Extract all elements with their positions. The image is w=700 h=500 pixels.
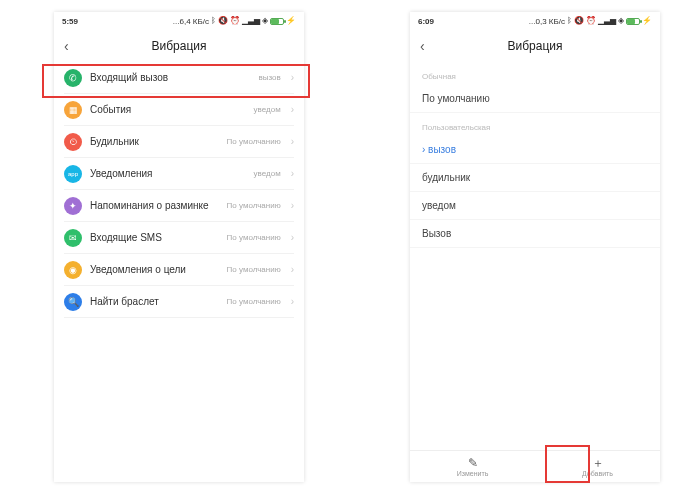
custom-list: вызовбудильникуведомВызов — [410, 136, 660, 248]
chevron-right-icon: › — [291, 264, 294, 275]
chevron-right-icon: › — [291, 232, 294, 243]
row-label: Будильник — [90, 136, 219, 147]
add-label: Добавить — [582, 470, 613, 477]
page-title: Вибрация — [151, 39, 206, 53]
status-time: 5:59 — [62, 17, 78, 26]
chevron-right-icon: › — [291, 168, 294, 179]
row-label: Уведомления о цели — [90, 264, 219, 275]
phone-left: 5:59 ...6,4 КБ/с ᛒ 🔇 ⏰ ▁▃▅ ◈ ⚡ ‹ Вибраци… — [54, 12, 304, 482]
custom-option[interactable]: будильник — [410, 164, 660, 192]
plus-icon: ＋ — [592, 457, 604, 469]
status-indicators: ...0,3 КБ/с ᛒ 🔇 ⏰ ▁▃▅ ◈ ⚡ — [529, 17, 652, 26]
row-value: По умолчанию — [227, 233, 281, 242]
settings-row[interactable]: 🔍Найти браслетПо умолчанию› — [64, 286, 294, 318]
status-data: ...0,3 КБ/с — [529, 17, 565, 26]
settings-row[interactable]: ⏲БудильникПо умолчанию› — [64, 126, 294, 158]
back-button[interactable]: ‹ — [420, 30, 425, 62]
section-default-label: Обычная — [410, 62, 660, 85]
row-icon: 🔍 — [64, 293, 82, 311]
option-default[interactable]: По умолчанию — [410, 85, 660, 113]
settings-row[interactable]: ✆Входящий вызоввызов› — [64, 62, 294, 94]
row-label: Входящие SMS — [90, 232, 219, 243]
row-value: уведом — [254, 169, 281, 178]
signal-icon: ▁▃▅ — [242, 17, 260, 25]
chevron-right-icon: › — [291, 72, 294, 83]
settings-row[interactable]: ▦Событияуведом› — [64, 94, 294, 126]
bluetooth-icon: ᛒ — [567, 17, 572, 25]
row-value: По умолчанию — [227, 265, 281, 274]
mute-icon: 🔇 — [574, 17, 584, 25]
mute-icon: 🔇 — [218, 17, 228, 25]
alarm-icon: ⏰ — [230, 17, 240, 25]
row-icon: ✆ — [64, 69, 82, 87]
header: ‹ Вибрация — [54, 30, 304, 62]
page-title: Вибрация — [507, 39, 562, 53]
header: ‹ Вибрация — [410, 30, 660, 62]
settings-row[interactable]: ✦Напоминания о разминкеПо умолчанию› — [64, 190, 294, 222]
row-label: Найти браслет — [90, 296, 219, 307]
settings-list: ✆Входящий вызоввызов›▦Событияуведом›⏲Буд… — [54, 62, 304, 318]
bluetooth-icon: ᛒ — [211, 17, 216, 25]
body: Обычная По умолчанию Пользовательская вы… — [410, 62, 660, 450]
battery-icon — [270, 18, 284, 25]
wifi-icon: ◈ — [618, 17, 624, 25]
charging-icon: ⚡ — [286, 17, 296, 25]
row-icon: ◉ — [64, 261, 82, 279]
settings-row[interactable]: ◉Уведомления о целиПо умолчанию› — [64, 254, 294, 286]
edit-label: Изменить — [457, 470, 489, 477]
section-custom-label: Пользовательская — [410, 113, 660, 136]
custom-option[interactable]: уведом — [410, 192, 660, 220]
signal-icon: ▁▃▅ — [598, 17, 616, 25]
charging-icon: ⚡ — [642, 17, 652, 25]
chevron-right-icon: › — [291, 200, 294, 211]
row-label: События — [90, 104, 246, 115]
alarm-icon: ⏰ — [586, 17, 596, 25]
phone-right: 6:09 ...0,3 КБ/с ᛒ 🔇 ⏰ ▁▃▅ ◈ ⚡ ‹ Вибраци… — [410, 12, 660, 482]
row-icon: ✦ — [64, 197, 82, 215]
add-button[interactable]: ＋ Добавить — [535, 451, 660, 482]
row-icon: ✉ — [64, 229, 82, 247]
chevron-right-icon: › — [291, 136, 294, 147]
custom-option[interactable]: вызов — [410, 136, 660, 164]
back-button[interactable]: ‹ — [64, 30, 69, 62]
wifi-icon: ◈ — [262, 17, 268, 25]
edit-icon: ✎ — [468, 457, 478, 469]
chevron-right-icon: › — [291, 104, 294, 115]
row-label: Входящий вызов — [90, 72, 250, 83]
status-bar: 5:59 ...6,4 КБ/с ᛒ 🔇 ⏰ ▁▃▅ ◈ ⚡ — [54, 12, 304, 30]
row-value: По умолчанию — [227, 201, 281, 210]
edit-button[interactable]: ✎ Изменить — [410, 451, 535, 482]
settings-row[interactable]: ✉Входящие SMSПо умолчанию› — [64, 222, 294, 254]
row-icon: ⏲ — [64, 133, 82, 151]
row-icon: ▦ — [64, 101, 82, 119]
row-value: уведом — [254, 105, 281, 114]
row-value: По умолчанию — [227, 137, 281, 146]
custom-option[interactable]: Вызов — [410, 220, 660, 248]
status-bar: 6:09 ...0,3 КБ/с ᛒ 🔇 ⏰ ▁▃▅ ◈ ⚡ — [410, 12, 660, 30]
row-value: По умолчанию — [227, 297, 281, 306]
status-time: 6:09 — [418, 17, 434, 26]
row-label: Напоминания о разминке — [90, 200, 219, 211]
row-icon: app — [64, 165, 82, 183]
chevron-right-icon: › — [291, 296, 294, 307]
settings-row[interactable]: appУведомленияуведом› — [64, 158, 294, 190]
status-indicators: ...6,4 КБ/с ᛒ 🔇 ⏰ ▁▃▅ ◈ ⚡ — [173, 17, 296, 26]
status-data: ...6,4 КБ/с — [173, 17, 209, 26]
row-value: вызов — [258, 73, 280, 82]
bottom-bar: ✎ Изменить ＋ Добавить — [410, 450, 660, 482]
row-label: Уведомления — [90, 168, 246, 179]
battery-icon — [626, 18, 640, 25]
